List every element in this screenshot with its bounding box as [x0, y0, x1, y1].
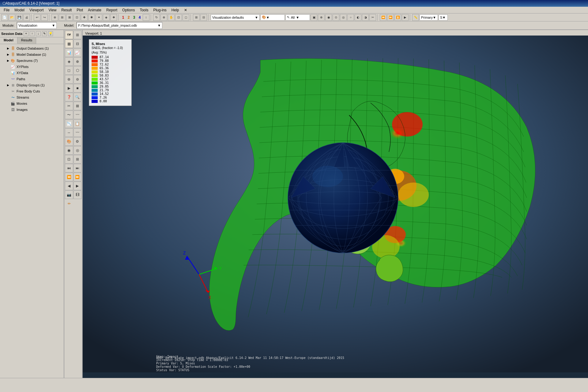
model-select[interactable]: F:/Temp-Abaqus/Ball_plate_impact.odb ▼	[77, 22, 162, 29]
session-icon-3[interactable]: ↓	[36, 31, 41, 36]
primary-dropdown[interactable]: Primary▼	[420, 14, 438, 21]
session-icon-1[interactable]: +	[24, 31, 28, 36]
tb-display2[interactable]: ⊕	[318, 14, 325, 21]
icon-xy-plot[interactable]: 📉	[65, 119, 73, 128]
tb-num3[interactable]: 3	[132, 14, 137, 21]
icon-probe[interactable]: 🔍	[74, 93, 82, 101]
visualization-defaults-dropdown[interactable]: Visualization defaults ▼	[211, 14, 260, 21]
icon-overlay[interactable]: ⊚	[74, 75, 82, 84]
tb-tool4[interactable]: ⊡	[74, 14, 80, 21]
icon-pencil[interactable]: ✏	[65, 199, 74, 208]
tb-undo[interactable]: ↩	[34, 14, 40, 21]
tb-tool7[interactable]: ✦	[96, 14, 102, 21]
session-icon-2[interactable]: ↑	[30, 31, 35, 36]
menu-model[interactable]: Model	[12, 7, 27, 13]
icon-step-back[interactable]: ⏮	[65, 164, 73, 172]
tree-xydata[interactable]: ▶ 📊 XYData	[0, 70, 64, 76]
menu-plot[interactable]: Plot	[74, 7, 85, 13]
tb-anim3[interactable]: ⏫	[394, 14, 401, 21]
icon-render4[interactable]: ⊞	[74, 155, 82, 164]
menu-report[interactable]: Report	[104, 7, 120, 13]
tb-tool5[interactable]: ✚	[81, 14, 88, 21]
menu-animate[interactable]: Animate	[85, 7, 104, 13]
icon-plot-symbol[interactable]: ⊞	[74, 31, 82, 39]
tb-open[interactable]: 📂	[9, 14, 15, 21]
tb-display9[interactable]: ✂	[369, 14, 376, 21]
tb-num1[interactable]: 1	[121, 14, 126, 21]
tb-print[interactable]: 🖨	[23, 14, 30, 21]
icon-create-set[interactable]: ◈	[65, 57, 73, 66]
tb-tool2[interactable]: ⊞	[59, 14, 66, 21]
tb-display4[interactable]: ⊙	[333, 14, 339, 21]
tb-zoom[interactable]: ⊕	[160, 14, 167, 21]
icon-anim-play[interactable]: ▶	[65, 84, 73, 92]
tb-display8[interactable]: ◑	[362, 14, 369, 21]
tb-tool9[interactable]: ❖	[110, 14, 117, 21]
menu-file[interactable]: File	[1, 7, 12, 13]
menu-plugins[interactable]: Plug-ins	[151, 7, 169, 13]
module-select[interactable]: Visualization ▼	[17, 22, 57, 29]
tab-model[interactable]: Model	[0, 37, 17, 44]
menu-view[interactable]: View	[46, 7, 59, 13]
tree-spectrums[interactable]: ▶ 🎨 Spectrums (7)	[0, 58, 64, 64]
icon-display-group[interactable]: ⊕	[74, 57, 82, 66]
icon-deformed[interactable]: ◻	[65, 66, 73, 75]
tab-results[interactable]: Results	[17, 37, 36, 44]
tree-streams[interactable]: ▶ 〜 Streams	[0, 94, 64, 100]
tb-view3d[interactable]: ◻	[183, 14, 189, 21]
tb-anim4[interactable]: ▶	[402, 14, 409, 21]
icon-increment-back[interactable]: ⏪	[65, 173, 73, 181]
icon-field-output[interactable]: 📊	[65, 48, 73, 57]
tb-display5[interactable]: ◎	[340, 14, 347, 21]
icon-image-capture[interactable]: 📷	[65, 190, 73, 199]
session-icon-5[interactable]: 💡	[48, 31, 53, 36]
icon-contour-opts[interactable]: 🎨	[65, 137, 73, 146]
color-scheme-dropdown[interactable]: 🎨▼	[260, 14, 285, 21]
tb-anim1[interactable]: ⏪	[380, 14, 386, 21]
icon-render3[interactable]: ⊡	[65, 155, 73, 164]
icon-plot-contour[interactable]: 🗺	[65, 31, 73, 39]
icon-common-opts[interactable]: ⚙	[74, 137, 82, 146]
s-dropdown[interactable]: S▼	[439, 14, 448, 21]
icon-xy-data[interactable]: 📋	[74, 119, 82, 128]
icon-render2[interactable]: ◎	[74, 146, 82, 155]
tree-movies[interactable]: ▶ 🎬 Movies	[0, 100, 64, 107]
icon-free-body[interactable]: ⊠	[74, 102, 82, 110]
tb-tool3[interactable]: ⊠	[66, 14, 73, 21]
tb-pan[interactable]: ✋	[168, 14, 175, 21]
icon-section-cut[interactable]: ✂	[65, 102, 73, 110]
tb-anim2[interactable]: ⏩	[387, 14, 394, 21]
icon-increment-fwd[interactable]: ⏩	[74, 173, 82, 181]
tree-xyplots[interactable]: ▶ 📈 XYPlots	[0, 64, 64, 70]
tb-rotate[interactable]: ↻	[153, 14, 160, 21]
tb-redo[interactable]: ↪	[41, 14, 48, 21]
cursor-dropdown[interactable]: ↖ All▼	[285, 14, 310, 21]
icon-stream-lines[interactable]: 〜	[65, 111, 73, 119]
icon-step-fwd[interactable]: ⏭	[74, 164, 82, 172]
icon-undeformed[interactable]: ⬡	[74, 66, 82, 75]
icon-anim-stop[interactable]: ■	[74, 84, 82, 92]
tb-num2[interactable]: 2	[126, 14, 131, 21]
menu-result[interactable]: Result	[59, 7, 74, 13]
tb-grid[interactable]: ⊞	[193, 14, 200, 21]
menu-extra[interactable]: ✕	[182, 7, 190, 13]
icon-path-display[interactable]: 〰	[74, 111, 82, 119]
tree-output-databases[interactable]: ▶ 🗄 Output Databases (1)	[0, 45, 64, 51]
tb-measure[interactable]: 📏	[412, 14, 419, 21]
icon-frame-back[interactable]: ◀	[65, 182, 73, 190]
tree-free-body-cuts[interactable]: ▶ ✂ Free Body Cuts	[0, 88, 64, 94]
tb-tool8[interactable]: ◈	[103, 14, 110, 21]
tb-save[interactable]: 💾	[16, 14, 23, 21]
tb-select[interactable]: ⊕	[51, 14, 58, 21]
tb-display1[interactable]: ▣	[311, 14, 317, 21]
icon-view1[interactable]: ↔	[65, 128, 73, 137]
tree-paths[interactable]: ▶ 〰 Paths	[0, 76, 64, 82]
icon-render1[interactable]: ◉	[65, 146, 73, 155]
menu-help[interactable]: Help	[169, 7, 182, 13]
menu-options[interactable]: Options	[120, 7, 137, 13]
tree-display-groups[interactable]: ▶ ⊞ Display Groups (1)	[0, 82, 64, 88]
tree-model-database[interactable]: ▶ 🗄 Model Database (1)	[0, 51, 64, 58]
tb-display7[interactable]: ◐	[355, 14, 361, 21]
tb-new[interactable]: 📄	[1, 14, 8, 21]
icon-query[interactable]: ❓	[65, 93, 73, 101]
